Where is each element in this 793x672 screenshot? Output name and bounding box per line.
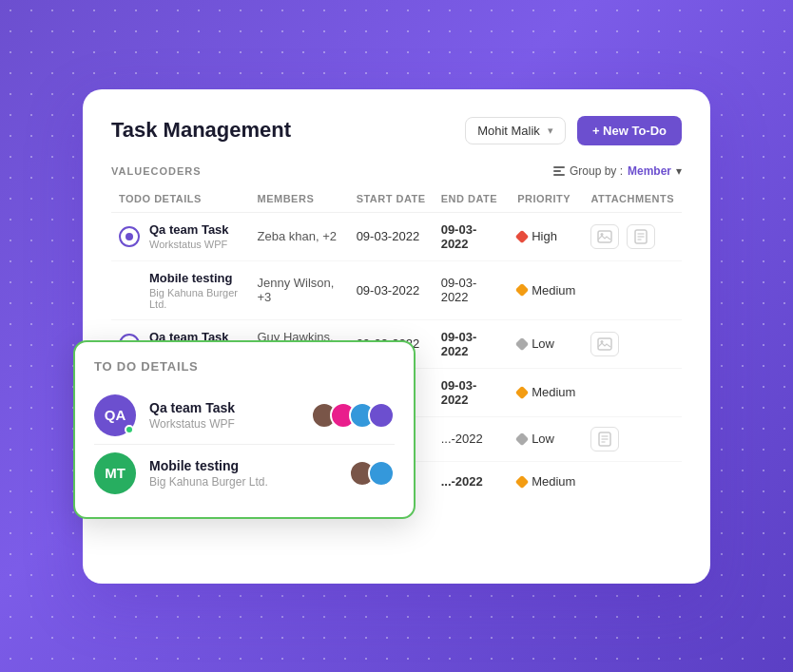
start-date-cell: 09-03-2022 bbox=[349, 212, 434, 260]
priority-cell: Low bbox=[510, 416, 583, 461]
todo-name: Mobile testing bbox=[149, 271, 242, 285]
group-by-label: Group by : bbox=[570, 164, 623, 178]
start-date-cell: 09-03-2022 bbox=[349, 260, 434, 319]
tooltip-items-container: QAQa team TaskWorkstatus WPFMTMobile tes… bbox=[94, 387, 395, 502]
priority-cell: Medium bbox=[510, 461, 583, 502]
header-actions: Mohit Malik ▾ + New To-Do bbox=[465, 116, 682, 145]
col-priority: PRIORITY bbox=[510, 187, 583, 213]
group-by-value: Member bbox=[628, 164, 671, 178]
priority-cell: Low bbox=[510, 319, 583, 368]
priority-icon bbox=[515, 283, 529, 297]
end-date-cell: 09-03-2022 bbox=[434, 212, 510, 260]
todo-details-cell: Mobile testingBig Kahuna Burger Ltd. bbox=[111, 260, 250, 319]
org-label: VALUECODERS bbox=[111, 165, 202, 177]
priority-cell: Medium bbox=[510, 368, 583, 416]
priority-icon bbox=[515, 336, 529, 350]
tooltip-popup: TO DO DETAILS QAQa team TaskWorkstatus W… bbox=[73, 340, 416, 519]
tooltip-task-sub: Workstatus WPF bbox=[149, 417, 298, 431]
attachments-cell bbox=[583, 212, 682, 260]
end-date-cell: ...-2022 bbox=[434, 416, 510, 461]
members-cell: Zeba khan, +2 bbox=[250, 212, 349, 260]
members-cell: Jenny Wilson, +3 bbox=[250, 260, 349, 319]
image-attachment-icon[interactable] bbox=[590, 332, 619, 356]
col-attachments: ATTACHMENTS bbox=[583, 187, 682, 213]
tooltip-item-info: Mobile testingBig Kahuna Burger Ltd. bbox=[149, 458, 336, 489]
image-attachment-icon[interactable] bbox=[590, 224, 619, 249]
doc-attachment-icon[interactable] bbox=[627, 224, 655, 249]
group-bar: VALUECODERS Group by : Member ▾ bbox=[111, 164, 682, 178]
priority-cell: High bbox=[510, 212, 583, 260]
attachments-cell bbox=[583, 461, 682, 502]
end-date-cell: ...-2022 bbox=[434, 461, 510, 502]
col-members: MEMBERS bbox=[250, 187, 349, 213]
priority-label: Medium bbox=[532, 474, 575, 489]
group-by-control[interactable]: Group by : Member ▾ bbox=[553, 164, 682, 178]
table-row: Mobile testingBig Kahuna Burger Ltd.Jenn… bbox=[111, 260, 682, 319]
todo-info: Qa team TaskWorkstatus WPF bbox=[149, 222, 229, 250]
online-indicator bbox=[125, 425, 134, 434]
todo-status-icon bbox=[119, 226, 140, 247]
tooltip-member-avatars bbox=[311, 402, 395, 429]
priority-icon bbox=[515, 432, 529, 445]
user-select-chevron: ▾ bbox=[548, 125, 553, 137]
priority-label: Low bbox=[532, 336, 554, 351]
svg-rect-6 bbox=[598, 338, 611, 350]
filter-icon bbox=[553, 166, 565, 176]
doc-attachment-icon[interactable] bbox=[590, 427, 619, 451]
tooltip-title: TO DO DETAILS bbox=[94, 359, 395, 374]
todo-subtitle: Workstatus WPF bbox=[149, 239, 229, 250]
priority-icon bbox=[515, 229, 529, 242]
end-date-cell: 09-03-2022 bbox=[434, 368, 510, 416]
tooltip-avatar: QA bbox=[94, 394, 136, 436]
todo-info: Mobile testingBig Kahuna Burger Ltd. bbox=[149, 271, 242, 310]
attachments-cell bbox=[583, 260, 682, 319]
main-card: Task Management Mohit Malik ▾ + New To-D… bbox=[83, 89, 710, 584]
attachments-cell bbox=[583, 319, 682, 368]
todo-details-cell: Qa team TaskWorkstatus WPF bbox=[111, 212, 250, 260]
attachments-cell bbox=[583, 368, 682, 416]
priority-label: Medium bbox=[532, 385, 575, 399]
todo-name: Qa team Task bbox=[149, 222, 229, 237]
svg-rect-0 bbox=[598, 231, 611, 242]
col-start-date: START DATE bbox=[349, 187, 434, 213]
end-date-cell: 09-03-2022 bbox=[434, 319, 510, 368]
group-by-chevron: ▾ bbox=[676, 164, 682, 178]
tooltip-item: MTMobile testingBig Kahuna Burger Ltd. bbox=[94, 444, 395, 502]
priority-cell: Medium bbox=[510, 260, 583, 319]
tooltip-task-name: Qa team Task bbox=[149, 400, 298, 415]
new-todo-button[interactable]: + New To-Do bbox=[577, 116, 682, 145]
tooltip-member-avatars bbox=[349, 460, 395, 487]
card-header: Task Management Mohit Malik ▾ + New To-D… bbox=[111, 116, 682, 145]
tooltip-task-name: Mobile testing bbox=[149, 458, 336, 473]
attachments-cell bbox=[583, 416, 682, 461]
member-mini-avatar bbox=[368, 460, 395, 487]
col-todo-details: TODO DETAILS bbox=[111, 187, 250, 213]
tooltip-item: QAQa team TaskWorkstatus WPF bbox=[94, 387, 395, 444]
page-title: Task Management bbox=[111, 118, 291, 143]
tooltip-item-info: Qa team TaskWorkstatus WPF bbox=[149, 400, 298, 431]
end-date-cell: 09-03-2022 bbox=[434, 260, 510, 319]
tooltip-avatar: MT bbox=[94, 452, 136, 494]
user-select-button[interactable]: Mohit Malik ▾ bbox=[465, 117, 566, 144]
tooltip-task-sub: Big Kahuna Burger Ltd. bbox=[149, 475, 336, 489]
table-row: Qa team TaskWorkstatus WPFZeba khan, +20… bbox=[111, 212, 682, 260]
member-mini-avatar bbox=[368, 402, 395, 429]
priority-icon bbox=[515, 474, 529, 488]
priority-label: Low bbox=[532, 432, 554, 446]
priority-icon bbox=[515, 385, 529, 398]
col-end-date: END DATE bbox=[434, 187, 510, 213]
priority-label: High bbox=[532, 229, 557, 243]
priority-label: Medium bbox=[532, 283, 575, 298]
user-name-label: Mohit Malik bbox=[477, 124, 540, 138]
todo-subtitle: Big Kahuna Burger Ltd. bbox=[149, 287, 242, 310]
